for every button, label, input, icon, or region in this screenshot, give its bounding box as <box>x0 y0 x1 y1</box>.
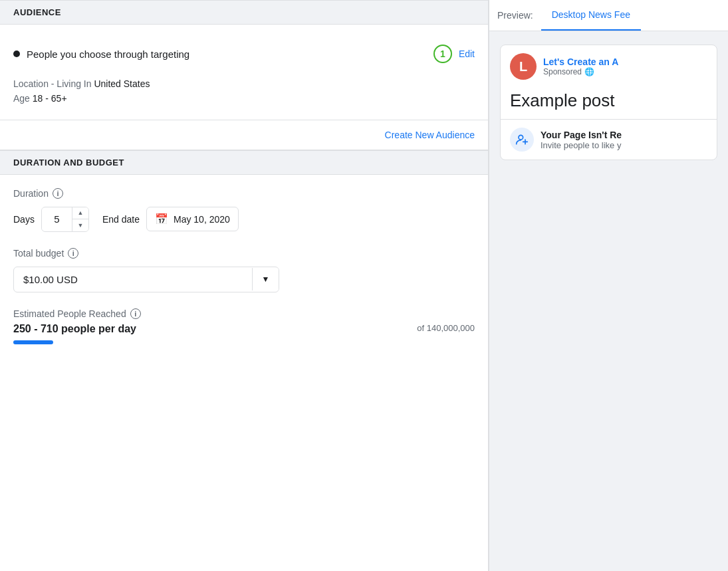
budget-info-icon[interactable]: i <box>68 248 78 259</box>
estimated-row: 250 - 710 people per day of 140,000,000 <box>13 323 475 338</box>
right-panel: Preview: Desktop News Fee L Let's Create… <box>489 0 728 571</box>
preview-tab-desktop[interactable]: Desktop News Fee <box>541 0 641 31</box>
calendar-icon: 📅 <box>155 213 168 225</box>
ad-cta-section: Your Page Isn't Re Invite people to like… <box>501 119 717 160</box>
budget-dropdown-button[interactable]: ▼ <box>252 268 279 290</box>
cta-text: Your Page Isn't Re Invite people to like… <box>541 130 707 150</box>
budget-input-row[interactable]: $10.00 USD ▼ <box>13 267 279 292</box>
page-info: Let's Create an A Sponsored 🌐 <box>543 57 707 76</box>
days-stepper[interactable]: ▲ ▼ <box>41 207 89 232</box>
stepper-down-button[interactable]: ▼ <box>72 219 88 231</box>
ad-title: Example post <box>501 88 717 119</box>
audience-option-label: People you choose through targeting <box>27 49 189 60</box>
estimated-info-icon[interactable]: i <box>130 308 141 319</box>
preview-label: Preview: <box>489 1 541 30</box>
location-detail: Location - Living In United States <box>13 76 475 91</box>
page-avatar: L <box>510 53 537 80</box>
end-date-value: May 10, 2020 <box>174 214 230 225</box>
end-date-label: End date <box>102 214 140 225</box>
audience-right: 1 Edit <box>433 45 475 63</box>
create-new-audience-link[interactable]: Create New Audience <box>385 130 475 140</box>
edit-link[interactable]: Edit <box>459 49 475 59</box>
stepper-buttons: ▲ ▼ <box>72 207 88 231</box>
audience-option-row: People you choose through targeting 1 Ed… <box>13 38 475 70</box>
audience-header-text: AUDIENCE <box>13 7 61 17</box>
end-date-group: End date 📅 May 10, 2020 <box>102 207 239 231</box>
audience-details: Location - Living In United States Age 1… <box>0 70 488 120</box>
ad-card-header: L Let's Create an A Sponsored 🌐 <box>501 45 717 88</box>
location-value: United States <box>94 78 150 89</box>
globe-icon: 🌐 <box>584 67 594 76</box>
age-value: 18 - 65+ <box>33 93 67 104</box>
total-budget-label-row: Total budget i <box>13 248 475 259</box>
days-value-input[interactable] <box>42 208 72 230</box>
audience-section: People you choose through targeting 1 Ed… <box>0 25 488 70</box>
cta-subtitle: Invite people to like y <box>541 140 707 150</box>
days-label: Days <box>13 214 35 225</box>
days-end-row: Days ▲ ▼ End date 📅 May 10, 2020 <box>13 207 475 232</box>
duration-budget-header: DURATION AND BUDGET <box>0 150 488 175</box>
sponsored-row: Sponsored 🌐 <box>543 67 707 76</box>
budget-section: Total budget i $10.00 USD ▼ <box>13 248 475 292</box>
sponsored-text: Sponsored <box>543 67 582 76</box>
ad-card: L Let's Create an A Sponsored 🌐 Example … <box>500 45 717 160</box>
duration-budget-header-text: DURATION AND BUDGET <box>13 158 124 168</box>
cta-icon <box>510 128 534 152</box>
dropdown-arrow-icon: ▼ <box>262 275 270 284</box>
duration-info-icon[interactable]: i <box>53 188 63 199</box>
total-budget-label: Total budget <box>13 248 64 259</box>
cta-title: Your Page Isn't Re <box>541 130 707 140</box>
audience-section-header: AUDIENCE <box>0 0 488 25</box>
preview-content: L Let's Create an A Sponsored 🌐 Example … <box>489 31 728 173</box>
estimated-progress-bar <box>13 340 53 344</box>
estimated-label-row: Estimated People Reached i <box>13 308 475 319</box>
estimated-label: Estimated People Reached <box>13 308 126 319</box>
age-label: Age <box>13 93 30 104</box>
radio-dot <box>13 51 20 57</box>
preview-header: Preview: Desktop News Fee <box>489 0 728 31</box>
audience-left: People you choose through targeting <box>13 49 189 60</box>
duration-section: Duration i Days ▲ ▼ End date 📅 May 1 <box>0 175 488 366</box>
create-audience-row: Create New Audience <box>0 120 488 150</box>
duration-label: Duration <box>13 188 49 199</box>
age-detail: Age 18 - 65+ <box>13 91 475 106</box>
circle-number-badge: 1 <box>433 45 452 63</box>
estimated-of: of 140,000,000 <box>417 323 475 333</box>
left-panel: AUDIENCE People you choose through targe… <box>0 0 489 571</box>
end-date-input[interactable]: 📅 May 10, 2020 <box>146 207 239 231</box>
days-group: Days ▲ ▼ <box>13 207 89 232</box>
estimated-value: 250 - 710 people per day <box>13 323 136 335</box>
budget-value-display: $10.00 USD <box>14 267 252 292</box>
location-label: Location - Living In <box>13 78 92 89</box>
duration-label-row: Duration i <box>13 188 475 199</box>
stepper-up-button[interactable]: ▲ <box>72 207 88 219</box>
page-name: Let's Create an A <box>543 57 707 67</box>
estimated-section: Estimated People Reached i 250 - 710 peo… <box>13 308 475 344</box>
svg-point-0 <box>519 135 523 140</box>
